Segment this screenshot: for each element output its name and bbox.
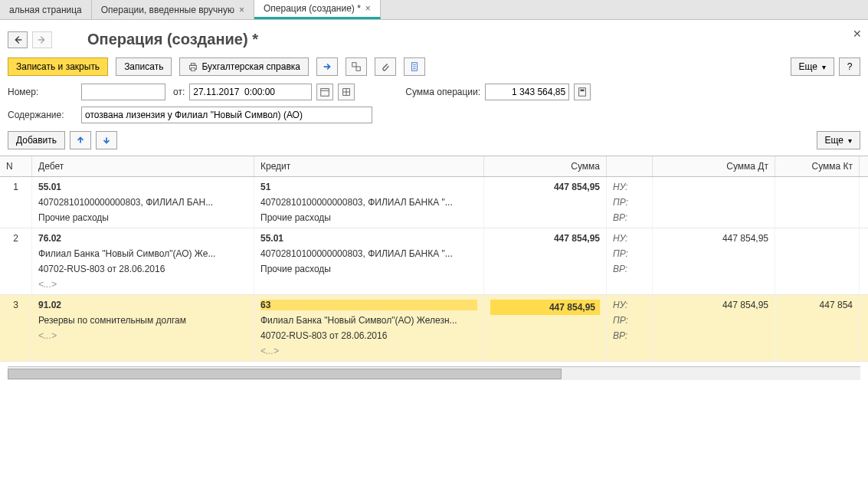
attachment-icon[interactable] — [375, 57, 396, 76]
forward-button[interactable] — [32, 31, 52, 48]
tab-label: альная страница — [9, 5, 82, 15]
col-sum-kt[interactable]: Сумма Кт — [775, 156, 860, 176]
cell-debit: 76.02Филиал Банка "Новый Символ"(АО) Же.… — [32, 228, 254, 294]
from-label: от: — [173, 87, 185, 97]
titlebar: Операция (создание) * ✕ — [0, 20, 868, 53]
credit-line: Прочие расходы — [260, 264, 477, 274]
chevron-down-icon: ▾ — [848, 136, 852, 145]
tab[interactable]: Операции, введенные вручную× — [92, 0, 254, 19]
page-title: Операция (создание) * — [87, 31, 258, 48]
add-button[interactable]: Добавить — [8, 131, 65, 149]
cell-debit: 91.02Резервы по сомнительным долгам<...> — [32, 295, 254, 361]
close-icon[interactable]: ✕ — [853, 28, 862, 40]
svg-rect-1 — [192, 64, 195, 66]
move-down-icon[interactable] — [96, 131, 117, 149]
tax-label: ПР: — [613, 248, 646, 259]
svg-rect-4 — [356, 67, 360, 71]
debit-line: <...> — [38, 330, 247, 341]
col-sum[interactable]: Сумма — [484, 156, 607, 176]
tax-label: ВР: — [613, 330, 646, 341]
printer-icon — [188, 61, 198, 72]
content-label: Содержание: — [8, 110, 77, 120]
close-icon[interactable]: × — [365, 3, 371, 14]
debit-line: <...> — [38, 279, 247, 290]
form-row-content: Содержание: — [0, 103, 868, 126]
content-input[interactable] — [81, 107, 372, 123]
document-icon[interactable] — [404, 57, 425, 76]
sum-value: 447 854,95 — [490, 233, 600, 244]
credit-account: 51 — [260, 182, 477, 192]
sum-dt-value: 447 854,95 — [659, 300, 768, 310]
chevron-down-icon: ▾ — [822, 63, 826, 71]
col-credit[interactable]: Кредит — [254, 156, 484, 176]
debit-line: Филиал Банка "Новый Символ"(АО) Же... — [38, 248, 247, 259]
cell-n: 3 — [0, 295, 32, 361]
entries-table: N Дебет Кредит Сумма Сумма Дт Сумма Кт 1… — [0, 156, 868, 362]
form-row-number: Номер: от: Сумма операции: — [0, 80, 868, 103]
close-icon[interactable]: × — [239, 5, 244, 15]
sum-input[interactable] — [485, 84, 569, 100]
col-n[interactable]: N — [0, 156, 32, 176]
tax-label: ВР: — [613, 212, 646, 223]
svg-rect-9 — [580, 90, 584, 92]
table-toolbar: Добавить Еще ▾ — [0, 126, 868, 154]
sum-value: 447 854,95 — [490, 182, 600, 192]
accounting-doc-label: Бухгалтерская справка — [201, 61, 300, 72]
tab[interactable]: Операция (создание) *× — [254, 0, 381, 19]
arrow-right-icon[interactable] — [316, 57, 338, 76]
cell-sum-kt — [775, 177, 860, 228]
svg-rect-6 — [321, 89, 329, 97]
svg-rect-8 — [579, 88, 586, 97]
help-button[interactable]: ? — [839, 57, 860, 76]
tab[interactable]: альная страница — [0, 0, 92, 19]
cell-tax: НУ:ПР:ВР: — [607, 295, 653, 361]
col-sum-dt[interactable]: Сумма Дт — [653, 156, 775, 176]
sum-kt-value: 447 854 — [781, 300, 853, 310]
accounting-doc-button[interactable]: Бухгалтерская справка — [179, 57, 309, 76]
cell-sum: 447 854,95 — [484, 228, 607, 294]
debit-account: 55.01 — [38, 182, 247, 192]
calendar-icon[interactable] — [316, 84, 333, 100]
cell-tax: НУ:ПР:ВР: — [607, 177, 653, 228]
scrollbar-thumb[interactable] — [8, 369, 562, 379]
table-row[interactable]: 276.02Филиал Банка "Новый Символ"(АО) Же… — [0, 228, 868, 295]
number-input[interactable] — [81, 84, 165, 100]
cell-n: 2 — [0, 228, 32, 294]
svg-rect-2 — [192, 68, 195, 71]
cell-sum-dt — [653, 177, 775, 228]
calculator-icon[interactable] — [574, 84, 591, 100]
back-button[interactable] — [8, 31, 28, 48]
link-icon[interactable] — [346, 57, 367, 76]
tax-label: НУ: — [613, 233, 646, 244]
col-debit[interactable]: Дебет — [32, 156, 254, 176]
horizontal-scrollbar[interactable] — [8, 366, 860, 380]
cell-sum-kt: 447 854 — [775, 295, 860, 361]
save-close-button[interactable]: Записать и закрыть — [8, 57, 108, 76]
credit-line: Прочие расходы — [260, 212, 477, 223]
credit-line: 40702810100000000803, ФИЛИАЛ БАНКА "... — [260, 248, 477, 259]
date-input[interactable] — [189, 84, 312, 100]
svg-rect-3 — [352, 63, 356, 67]
table-row[interactable]: 391.02Резервы по сомнительным долгам<...… — [0, 295, 868, 362]
more-label: Еще — [799, 61, 817, 72]
debit-account: 76.02 — [38, 233, 247, 244]
credit-account: 63 — [260, 300, 477, 310]
save-button[interactable]: Записать — [116, 57, 172, 76]
cell-sum-dt: 447 854,95 — [653, 295, 775, 361]
cell-tax: НУ:ПР:ВР: — [607, 228, 653, 294]
move-up-icon[interactable] — [70, 131, 91, 149]
table-more-button[interactable]: Еще ▾ — [817, 131, 860, 149]
more-button[interactable]: Еще ▾ — [791, 57, 834, 76]
credit-line: <...> — [260, 346, 477, 356]
col-tax — [607, 156, 653, 176]
cell-credit: 5140702810100000000803, ФИЛИАЛ БАНКА "..… — [254, 177, 484, 228]
grid-icon[interactable] — [338, 84, 355, 100]
tab-label: Операция (создание) * — [264, 3, 361, 14]
table-row[interactable]: 155.0140702810100000000803, ФИЛИАЛ БАН..… — [0, 177, 868, 228]
tab-label: Операции, введенные вручную — [101, 5, 234, 15]
cell-sum: 447 854,95 — [484, 295, 607, 361]
debit-line: Резервы по сомнительным долгам — [38, 315, 247, 326]
cell-sum: 447 854,95 — [484, 177, 607, 228]
credit-account: 55.01 — [260, 233, 477, 244]
main-toolbar: Записать и закрыть Записать Бухгалтерска… — [0, 53, 868, 80]
